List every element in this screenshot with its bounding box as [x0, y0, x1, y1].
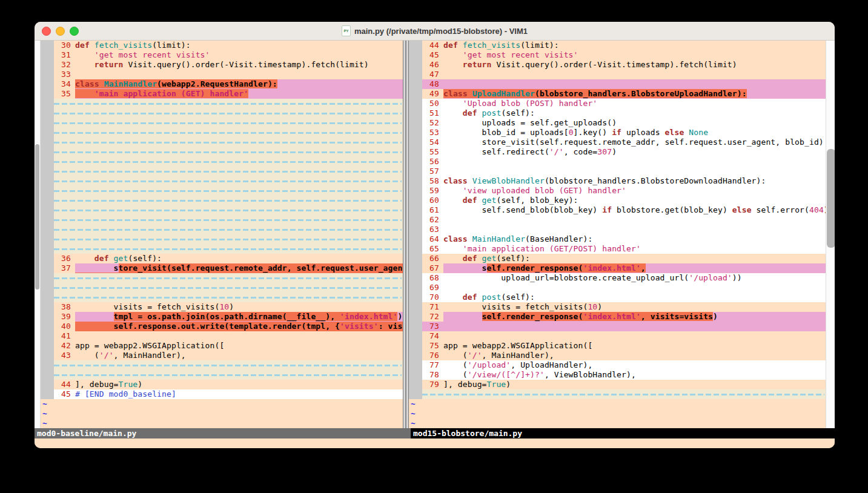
- diff-filler-row: [41, 137, 403, 147]
- fold-column: [41, 99, 54, 108]
- right-scrollbar-thumb[interactable]: [827, 149, 835, 248]
- code-text: app = webapp2.WSGIApplication([: [75, 341, 403, 351]
- fold-column: [409, 302, 422, 312]
- line-number: 65: [422, 244, 443, 254]
- line-number: 56: [422, 157, 443, 167]
- fold-column: [41, 389, 54, 399]
- fold-column: [41, 244, 54, 254]
- fold-column: [409, 176, 422, 186]
- editor-body: 30def fetch_visits(limit):31 'get most r…: [35, 41, 835, 428]
- command-line[interactable]: [35, 438, 835, 448]
- fold-column: [409, 380, 422, 389]
- code-text: return Visit.query().order(-Visit.timest…: [75, 60, 403, 70]
- fold-column: [41, 128, 54, 137]
- line-number: 43: [54, 351, 75, 360]
- line-number: 71: [422, 302, 443, 312]
- code-text: self.render_response('index.html', visit…: [443, 312, 826, 322]
- tilde-row: ~: [41, 419, 403, 428]
- diff-filler-row: [41, 176, 403, 186]
- code-line: 62: [409, 215, 826, 225]
- fold-column: [41, 79, 54, 89]
- line-number: 30: [54, 41, 75, 50]
- code-line: 49class UploadHandler(blobstore_handlers…: [409, 89, 826, 99]
- code-text: ], debug=True): [443, 380, 826, 389]
- code-text: [443, 225, 826, 234]
- line-number: 31: [54, 50, 75, 60]
- diff-filler-dashes: [54, 122, 402, 124]
- diff-filler-row: [41, 205, 403, 215]
- line-number: 54: [422, 137, 443, 147]
- diff-filler-dashes: [54, 190, 402, 192]
- tilde-marker: ~: [41, 399, 47, 409]
- code-text: tmpl = os.path.join(os.path.dirname(__fi…: [75, 312, 403, 322]
- code-line: 51 def post(self):: [409, 108, 826, 118]
- code-line: 74: [409, 331, 826, 341]
- line-number: 70: [422, 293, 443, 302]
- fold-column: [409, 283, 422, 293]
- fold-column: [41, 215, 54, 225]
- close-button[interactable]: [42, 27, 51, 36]
- fold-column: [409, 167, 422, 176]
- code-line: 77 ('/upload', UploadHandler),: [409, 360, 826, 370]
- minimize-button[interactable]: [56, 27, 65, 36]
- fold-column: [41, 108, 54, 118]
- diff-filler-row: [41, 283, 403, 293]
- fold-column: [409, 215, 422, 225]
- fold-column: [409, 370, 422, 380]
- line-number: 58: [422, 176, 443, 186]
- fold-column: [409, 331, 422, 341]
- fold-column: [41, 322, 54, 331]
- left-editor-pane[interactable]: 30def fetch_visits(limit):31 'get most r…: [41, 41, 403, 428]
- title-bar[interactable]: PY main.py (/private/tmp/mod15-blobstore…: [35, 22, 835, 41]
- line-number: 67: [422, 263, 443, 273]
- diff-filler-dashes: [54, 180, 402, 182]
- code-line: 59 'view uploaded blob (GET) handler': [409, 186, 826, 196]
- diff-filler-row: [41, 128, 403, 137]
- tilde-row: ~: [409, 419, 826, 428]
- split-divider[interactable]: [403, 41, 409, 428]
- line-number: 68: [422, 273, 443, 283]
- diff-filler-dashes: [54, 219, 402, 221]
- line-number: 69: [422, 283, 443, 293]
- code-text: 'main application (GET) handler': [75, 89, 403, 99]
- line-number: 50: [422, 99, 443, 108]
- code-line: 42app = webapp2.WSGIApplication([: [41, 341, 403, 351]
- fold-column: [41, 312, 54, 322]
- code-text: store_visit(self.request.remote_addr, se…: [75, 263, 403, 273]
- code-line: 58class ViewBlobHandler(blobstore_handle…: [409, 176, 826, 186]
- line-number: 76: [422, 351, 443, 360]
- line-number: 49: [422, 89, 443, 99]
- tilde-row: ~: [41, 409, 403, 419]
- right-editor-pane[interactable]: 44def fetch_visits(limit):45 'get most r…: [409, 41, 826, 428]
- code-text: # [END mod0_baseline]: [75, 389, 403, 399]
- code-line: 31 'get most recent visits': [41, 50, 403, 60]
- tilde-marker: ~: [409, 399, 416, 409]
- code-line: 64class MainHandler(BaseHandler):: [409, 234, 826, 244]
- left-scrollbar-thumb[interactable]: [35, 144, 39, 290]
- line-number: 39: [54, 312, 75, 322]
- line-number: 66: [422, 254, 443, 263]
- line-number: 40: [54, 322, 75, 331]
- code-text: def fetch_visits(limit):: [75, 41, 403, 50]
- diff-filler-row: [41, 215, 403, 225]
- fold-column: [41, 50, 54, 60]
- line-number: 61: [422, 205, 443, 215]
- line-number: 45: [54, 389, 75, 399]
- code-line: 48: [409, 79, 826, 89]
- left-scrollbar[interactable]: [35, 41, 41, 428]
- code-line: 40 self.response.out.write(template.rend…: [41, 322, 403, 331]
- tilde-row: ~: [41, 399, 403, 409]
- fold-column: [409, 108, 422, 118]
- fold-column: [409, 50, 422, 60]
- code-line: 45# [END mod0_baseline]: [41, 389, 403, 399]
- zoom-button[interactable]: [70, 27, 79, 36]
- code-text: visits = fetch_visits(10): [75, 302, 403, 312]
- code-line: 43 ('/', MainHandler),: [41, 351, 403, 360]
- fold-column: [409, 186, 422, 196]
- line-number: 32: [54, 60, 75, 70]
- fold-column: [409, 60, 422, 70]
- right-scrollbar[interactable]: [826, 41, 835, 428]
- line-number: 34: [54, 79, 75, 89]
- diff-filler-dashes: [54, 297, 402, 299]
- code-text: 'view uploaded blob (GET) handler': [443, 186, 826, 196]
